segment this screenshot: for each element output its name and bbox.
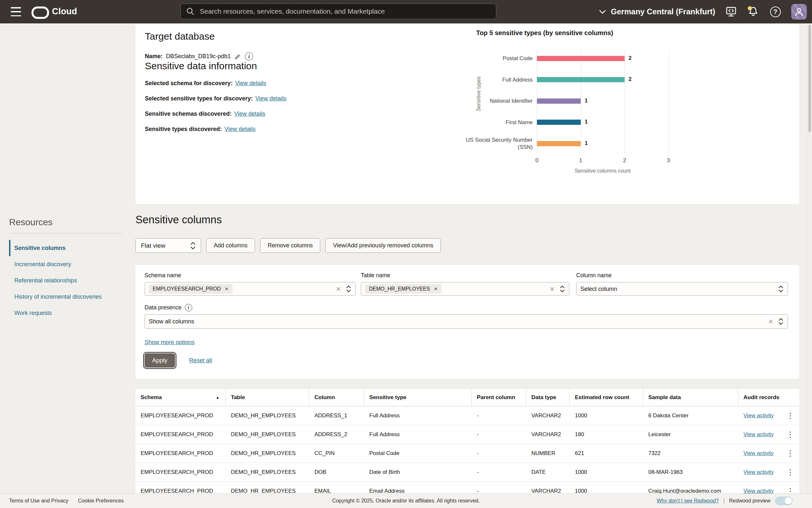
- developer-tools-button[interactable]: [725, 5, 737, 18]
- table-cell: CC_PIN: [309, 444, 364, 463]
- chart-x-tick: 1: [579, 157, 582, 164]
- clear-field-icon[interactable]: ✕: [336, 285, 341, 293]
- column-header-schema[interactable]: Schema▲: [135, 389, 226, 406]
- user-profile-avatar[interactable]: [791, 4, 807, 19]
- table-row: EMPLOYEESEARCH_PRODDEMO_HR_EMPLOYEESDOBD…: [135, 463, 799, 482]
- chart-x-tick: 0: [535, 157, 538, 164]
- view-activity-link[interactable]: View activity: [744, 431, 774, 438]
- bar-us-social-security-number-ssn[interactable]: [537, 141, 581, 146]
- top-navigation-bar: Cloud Germany Central (Frankfurt): [0, 0, 812, 24]
- terms-of-use-and-privacy-link[interactable]: Terms of Use and Privacy: [9, 498, 68, 504]
- view-activity-link[interactable]: View activity: [744, 469, 774, 475]
- table-name-combobox[interactable]: DEMO_HR_EMPLOYEES ✕ ✕: [361, 282, 569, 296]
- chart-category-label: Postal Code: [450, 51, 533, 66]
- sidebar-item-work-requests[interactable]: Work requests: [9, 305, 126, 321]
- toggle-knob: [785, 497, 792, 504]
- sidebar-item-referential-relationships[interactable]: Referential relationships: [9, 272, 126, 289]
- hamburger-menu-icon[interactable]: [11, 7, 21, 16]
- sidebar-item-history-of-incremental-discoveries[interactable]: History of incremental discoveries: [9, 289, 126, 305]
- bar-full-address[interactable]: [537, 77, 625, 82]
- row-actions-kebab-icon[interactable]: ⋮: [784, 450, 796, 457]
- info-icon[interactable]: i: [185, 304, 192, 311]
- table-cell: Leicester: [643, 425, 738, 443]
- audit-records-cell: View activity⋮: [738, 406, 799, 425]
- search-input[interactable]: [199, 7, 491, 15]
- global-search[interactable]: [181, 4, 496, 19]
- chart-value-label: 2: [628, 76, 631, 83]
- column-header-audit-records[interactable]: Audit records: [738, 389, 799, 406]
- summary-card: Target database Name: DBSeclabs_DB19c-pd…: [135, 25, 799, 204]
- row-actions-kebab-icon[interactable]: ⋮: [784, 431, 796, 438]
- add-columns-button[interactable]: Add columns: [206, 238, 255, 253]
- column-name-select[interactable]: Select column: [576, 282, 788, 296]
- help-button[interactable]: ?: [769, 5, 781, 18]
- cookie-preferences-link[interactable]: Cookie Preferences: [78, 498, 124, 504]
- view-mode-value: Flat view: [141, 242, 165, 249]
- table-cell: Full Address: [364, 406, 472, 425]
- view-details-link[interactable]: View details: [255, 95, 286, 102]
- column-header-label: Parent column: [477, 394, 515, 401]
- notifications-button[interactable]: [747, 5, 759, 18]
- person-icon: [794, 6, 804, 17]
- sidebar-item-sensitive-columns[interactable]: Sensitive columns: [9, 240, 126, 256]
- data-presence-select[interactable]: Show all columns ✕: [145, 314, 788, 329]
- chip-remove-icon[interactable]: ✕: [225, 286, 229, 292]
- console-monitor-icon: [726, 6, 737, 17]
- schema-name-combobox[interactable]: EMPLOYEESEARCH_PROD ✕ ✕: [145, 282, 356, 296]
- column-header-table[interactable]: Table: [226, 389, 309, 406]
- sidebar-item-incremental-discovery[interactable]: Incremental discovery: [9, 256, 126, 272]
- apply-button[interactable]: Apply: [145, 353, 175, 368]
- view-details-link[interactable]: View details: [235, 80, 266, 86]
- data-presence-label-text: Data presence: [145, 304, 182, 311]
- view-mode-select[interactable]: Flat view: [135, 238, 201, 253]
- redwood-preview-toggle[interactable]: [775, 497, 793, 505]
- column-header-sample-data[interactable]: Sample data: [643, 389, 738, 406]
- table-header-row: Schema▲TableColumnSensitive typeParent c…: [135, 389, 799, 406]
- footer-links: Terms of Use and PrivacyCookie Preferenc…: [9, 494, 124, 508]
- show-more-options-link[interactable]: Show more options: [145, 339, 195, 346]
- view-activity-link[interactable]: View activity: [744, 450, 774, 457]
- reset-all-link[interactable]: Reset all: [189, 357, 212, 364]
- table-cell: Full Address: [364, 425, 472, 443]
- bar-first-name[interactable]: [537, 120, 581, 125]
- table-cell: 08-MAR-1963: [643, 463, 738, 481]
- view-activity-link[interactable]: View activity: [744, 413, 774, 419]
- column-header-column[interactable]: Column: [309, 389, 364, 406]
- bar-national-identifier[interactable]: [537, 98, 581, 104]
- table-cell: -: [472, 463, 526, 481]
- region-selector[interactable]: Germany Central (Frankfurt): [599, 7, 715, 16]
- oracle-logo-icon[interactable]: [32, 6, 49, 19]
- column-header-sensitive-type[interactable]: Sensitive type: [364, 389, 472, 406]
- column-header-parent-column[interactable]: Parent column: [472, 389, 526, 406]
- column-header-estimated-row-count[interactable]: Estimated row count: [570, 389, 643, 406]
- select-arrows-icon[interactable]: [778, 285, 784, 293]
- column-header-data-type[interactable]: Data type: [526, 389, 570, 406]
- select-arrows-icon[interactable]: [559, 285, 565, 293]
- edit-pencil-icon[interactable]: [234, 53, 242, 60]
- scrollbar-thumb[interactable]: [808, 25, 811, 132]
- select-arrows-icon[interactable]: [778, 317, 784, 326]
- view-add-previously-removed-columns-button[interactable]: View/Add previously removed columns: [326, 238, 441, 253]
- view-details-link[interactable]: View details: [225, 126, 256, 132]
- row-actions-kebab-icon[interactable]: ⋮: [784, 468, 796, 476]
- table-cell: 621: [570, 444, 643, 463]
- clear-field-icon[interactable]: ✕: [768, 318, 773, 325]
- divider: [9, 233, 122, 234]
- bar-postal-code[interactable]: [537, 56, 625, 61]
- select-arrows-icon[interactable]: [346, 285, 351, 293]
- remove-columns-button[interactable]: Remove columns: [260, 238, 320, 253]
- redwood-help-link[interactable]: Why don't I see Redwood?: [657, 498, 719, 504]
- sensitive-data-info-title: Sensitive data information: [145, 60, 453, 72]
- table-cell: DATE: [526, 463, 570, 481]
- schema-name-label: Schema name: [145, 272, 181, 279]
- table-row: EMPLOYEESEARCH_PRODDEMO_HR_EMPLOYEESCC_P…: [135, 444, 799, 463]
- table-cell: ADDRESS_2: [309, 425, 364, 443]
- view-details-link[interactable]: View details: [234, 111, 266, 117]
- vertical-scrollbar[interactable]: [807, 24, 812, 494]
- data-presence-value: Show all columns: [149, 318, 194, 325]
- clear-field-icon[interactable]: ✕: [550, 285, 555, 293]
- row-actions-kebab-icon[interactable]: ⋮: [784, 412, 796, 420]
- region-label: Germany Central (Frankfurt): [611, 7, 715, 16]
- chip-remove-icon[interactable]: ✕: [434, 286, 438, 292]
- info-icon[interactable]: i: [245, 52, 253, 60]
